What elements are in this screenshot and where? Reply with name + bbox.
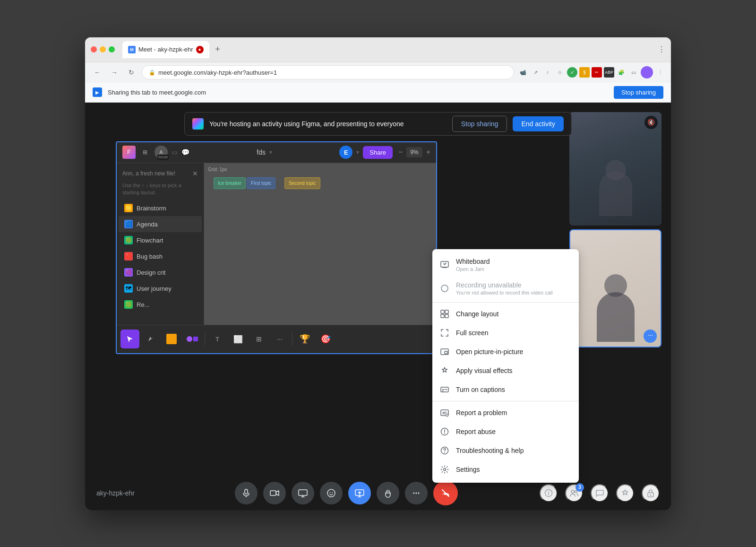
controls-center xyxy=(153,481,540,505)
figma-sticker-2[interactable]: 🎯 xyxy=(316,330,335,348)
window-menu-button[interactable]: ⋮ xyxy=(658,45,665,54)
tab-close-button[interactable]: ● xyxy=(196,46,204,53)
menu-divider-2 xyxy=(432,401,579,401)
people-button[interactable]: 3 xyxy=(565,484,583,502)
lock-button[interactable] xyxy=(642,484,660,502)
menu-item-captions[interactable]: Turn on captions xyxy=(432,380,579,399)
figma-select-tool[interactable] xyxy=(120,330,139,348)
menu-item-settings[interactable]: Settings xyxy=(432,460,579,479)
present-button[interactable] xyxy=(292,482,314,504)
sidebar-item-designcrit[interactable]: 🟣 Design crit xyxy=(119,264,202,280)
participant-1-mute-icon: 🔇 xyxy=(644,116,658,129)
figma-sticky-tool[interactable] xyxy=(162,330,181,348)
end-call-button[interactable] xyxy=(433,481,458,505)
figma-zoom-minus[interactable]: − xyxy=(398,148,403,156)
end-activity-button[interactable]: End activity xyxy=(513,116,564,131)
sticky-note-icebreaker: Ice breaker xyxy=(214,177,246,189)
figma-shapes-tool[interactable] xyxy=(183,330,202,348)
menu-item-change-layout[interactable]: Change layout xyxy=(432,304,579,323)
recording-content: Recording unavailable You're not allowed… xyxy=(456,281,571,295)
troubleshooting-label: Troubleshooting & help xyxy=(456,447,524,454)
svg-point-18 xyxy=(332,492,333,493)
controls-bar: aky-hzpk-ehr xyxy=(85,476,671,510)
new-tab-button[interactable]: + xyxy=(211,43,224,56)
figma-text-tool[interactable]: T xyxy=(208,330,227,348)
sidebar-item-brainstorm[interactable]: 🟡 Brainstorm xyxy=(119,200,202,216)
figma-menu-icon[interactable]: ⊞ xyxy=(139,147,151,158)
menu-item-pip[interactable]: Open picture-in-picture xyxy=(432,342,579,361)
figma-frame-tool[interactable]: ⬜ xyxy=(229,330,248,348)
svg-point-12 xyxy=(444,468,446,470)
meet-content: You're hosting an activity using Figma, … xyxy=(85,103,671,510)
figma-toolbar: F ⊞ A 03:00 ▭ 💬 fds ▾ E ▾ Share − 9% xyxy=(117,142,436,163)
menu-item-whiteboard[interactable]: Whiteboard Open a Jam xyxy=(432,253,579,277)
reload-button[interactable]: ↻ xyxy=(125,66,138,79)
metamask-icon: ✓ xyxy=(567,67,577,78)
back-button[interactable]: ← xyxy=(91,66,104,79)
participant-1-video-feed xyxy=(569,112,662,226)
menu-item-fullscreen[interactable]: Full screen xyxy=(432,323,579,342)
stop-sharing-chrome-button[interactable]: Stop sharing xyxy=(614,86,663,99)
visual-effects-label: Apply visual effects xyxy=(456,367,513,374)
sidebar-item-re[interactable]: 🟢 Re... xyxy=(119,296,202,313)
menu-item-visual-effects[interactable]: Apply visual effects xyxy=(432,361,579,380)
raise-hand-button[interactable] xyxy=(377,482,399,504)
sidebar-item-flowchart[interactable]: 🟢 Flowchart xyxy=(119,232,202,248)
menu-item-report-problem[interactable]: Report a problem xyxy=(432,403,579,422)
camera-button[interactable] xyxy=(263,482,286,504)
menu-item-recording: Recording unavailable You're not allowed… xyxy=(432,277,579,300)
minimize-window-button[interactable] xyxy=(100,46,106,52)
svg-rect-1 xyxy=(441,310,444,313)
svg-point-20 xyxy=(413,492,415,494)
video-icon: 📹 xyxy=(518,67,528,78)
pip-label: Open picture-in-picture xyxy=(456,348,523,356)
figma-more-tool[interactable]: ··· xyxy=(270,330,289,348)
canvas-label: Grid: 1px xyxy=(208,167,227,172)
sticky-note-firsttopic: First topic xyxy=(247,177,275,189)
tab-favicon: M xyxy=(128,46,136,53)
user-avatar[interactable] xyxy=(641,66,653,78)
stop-sharing-button[interactable]: Stop sharing xyxy=(452,116,507,132)
figma-comment-icon: 💬 xyxy=(181,148,189,156)
figma-table-tool[interactable]: ⊞ xyxy=(249,330,268,348)
figma-sticker-1[interactable]: 🏆 xyxy=(295,330,314,348)
svg-rect-6 xyxy=(445,351,447,354)
microphone-button[interactable] xyxy=(235,482,258,504)
participant-2-video: ⋯ xyxy=(569,229,662,347)
figma-zoom-plus[interactable]: + xyxy=(426,148,430,156)
share-screen-button[interactable] xyxy=(348,482,371,504)
participant-2-more-button[interactable]: ⋯ xyxy=(644,330,657,343)
external-link-icon: ↗ xyxy=(530,67,541,78)
maximize-window-button[interactable] xyxy=(109,46,115,52)
meeting-id: aky-hzpk-ehr xyxy=(96,489,153,497)
share-icon: ↑ xyxy=(542,67,553,78)
sidebar-item-agenda[interactable]: 🟦 Agenda xyxy=(119,216,202,232)
address-input[interactable]: 🔒 meet.google.com/aky-hzpk-ehr?authuser=… xyxy=(142,65,514,79)
figma-current-user: E xyxy=(339,146,352,159)
close-window-button[interactable] xyxy=(91,46,97,52)
chat-button[interactable] xyxy=(591,484,609,502)
figma-share-button[interactable]: Share xyxy=(363,146,393,159)
svg-rect-13 xyxy=(245,489,248,494)
more-options-button[interactable] xyxy=(405,482,428,504)
emoji-button[interactable] xyxy=(320,482,343,504)
sidebar-item-userjourney[interactable]: 🗺 User journey xyxy=(119,280,202,296)
sidebar-item-bugbash[interactable]: 🔴 Bug bash xyxy=(119,248,202,264)
activities-button[interactable] xyxy=(616,484,634,502)
menu-item-report-abuse[interactable]: Report abuse xyxy=(432,422,579,441)
chrome-menu-icon[interactable]: ⋮ xyxy=(655,67,665,78)
fullscreen-label: Full screen xyxy=(456,329,488,337)
sharing-tab-icon: ▶ xyxy=(93,87,102,97)
menu-item-troubleshooting[interactable]: Troubleshooting & help xyxy=(432,441,579,460)
figma-user-avatar: A 03:00 xyxy=(155,146,168,159)
brainstorm-icon: 🟡 xyxy=(124,204,133,212)
figma-pen-tool[interactable] xyxy=(141,330,160,348)
recording-title: Recording unavailable xyxy=(456,281,571,289)
svg-point-16 xyxy=(327,489,335,497)
info-button[interactable] xyxy=(540,484,558,502)
active-tab[interactable]: M Meet - aky-hzpk-ehr ● xyxy=(122,41,209,58)
figma-zoom-control[interactable]: 9% xyxy=(406,147,422,157)
forward-button[interactable]: → xyxy=(108,66,121,79)
sidebar-close-icon[interactable]: ✕ xyxy=(192,170,198,177)
svg-point-17 xyxy=(330,492,331,493)
